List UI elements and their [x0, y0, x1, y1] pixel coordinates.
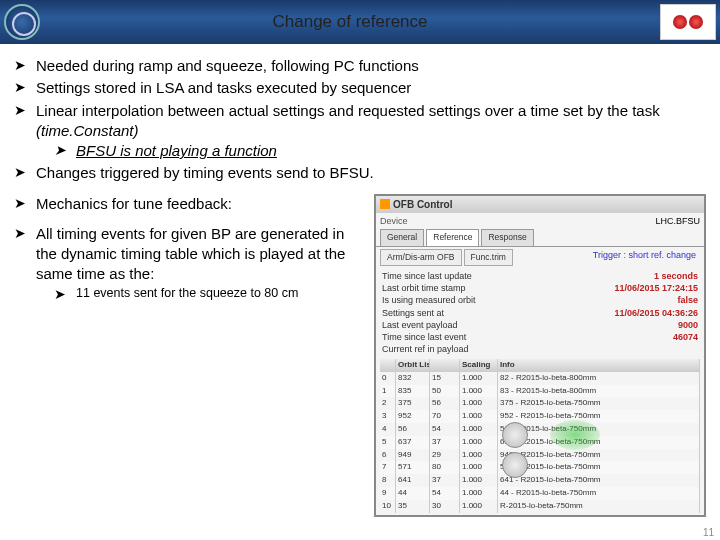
table-row[interactable]: 456541.00056 - R2015-lo-beta-750mm	[380, 423, 700, 436]
device-row: DeviceLHC.BFSU	[376, 213, 704, 229]
table-row[interactable]: 5637371.000637 - R2015-lo-beta-750mm	[380, 436, 700, 449]
tab-general[interactable]: General	[380, 229, 424, 245]
table-row[interactable]: 3952701.000952 - R2015-lo-beta-750mm	[380, 410, 700, 423]
gauge-icon	[502, 422, 528, 448]
bullet-bfsu: BFSU is not playing a function	[54, 141, 706, 161]
cern-logo	[4, 4, 40, 40]
table-row[interactable]: 1835501.00083 - R2015-lo-beta-800mm	[380, 385, 700, 398]
panel-tabs: General Reference Response	[376, 229, 704, 246]
panel-title: OFB Control	[393, 198, 452, 212]
panel-subtabs: Arm/Dis-arm OFB Func.trim Trigger : shor…	[376, 247, 704, 268]
subtab-func[interactable]: Func.trim	[464, 249, 513, 266]
app-icon	[380, 199, 390, 209]
magnet-icon	[660, 4, 716, 40]
page-number: 11	[703, 527, 714, 538]
table-row[interactable]: 6949291.000949 - R2015-lo-beta-750mm	[380, 449, 700, 462]
trigger-label: Trigger : short ref. change	[515, 249, 700, 266]
panel-titlebar: OFB Control	[376, 196, 704, 214]
table-row[interactable]: 1035301.000R-2015-lo-beta-750mm	[380, 500, 700, 513]
table-row[interactable]: 944541.00044 - R2015-lo-beta-750mm	[380, 487, 700, 500]
bullet-ramp: Needed during ramp and squeeze, followin…	[14, 56, 706, 76]
slide-title: Change of reference	[40, 12, 660, 32]
highlight-overlay	[550, 420, 600, 450]
slide-content: Needed during ramp and squeeze, followin…	[0, 44, 720, 529]
tab-response[interactable]: Response	[481, 229, 533, 245]
bullet-timing: Changes triggered by timing events send …	[14, 163, 706, 183]
left-column: Mechanics for tune feedback: All timing …	[14, 194, 374, 517]
table-row[interactable]: 2375561.000375 - R2015-lo-beta-750mm	[380, 397, 700, 410]
bullet-interp: Linear interpolation between actual sett…	[14, 101, 706, 162]
orbit-table: Orbit List Scaling Info 0832151.00082 - …	[376, 357, 704, 515]
bullet-mech: Mechanics for tune feedback:	[14, 194, 364, 214]
gauge-icon	[502, 452, 528, 478]
bullet-lsa: Settings stored in LSA and tasks execute…	[14, 78, 706, 98]
subtab-arm[interactable]: Arm/Dis-arm OFB	[380, 249, 462, 266]
gauge-overlay	[500, 420, 530, 480]
bullet-11events: 11 events sent for the squeeze to 80 cm	[54, 285, 364, 302]
tab-reference[interactable]: Reference	[426, 229, 479, 245]
bullet-events: All timing events for given BP are gener…	[14, 224, 364, 302]
table-row[interactable]: 7571801.000571 - R2015-lo-beta-750mm	[380, 461, 700, 474]
table-row[interactable]: 8641371.000641 - R2015-lo-beta-750mm	[380, 474, 700, 487]
ofb-control-panel: OFB Control DeviceLHC.BFSU General Refer…	[374, 194, 706, 517]
table-row[interactable]: 0832151.00082 - R2015-lo-beta-800mm	[380, 372, 700, 385]
title-bar: Change of reference	[0, 0, 720, 44]
status-block: Time since last update1 seconds Last orb…	[376, 268, 704, 357]
